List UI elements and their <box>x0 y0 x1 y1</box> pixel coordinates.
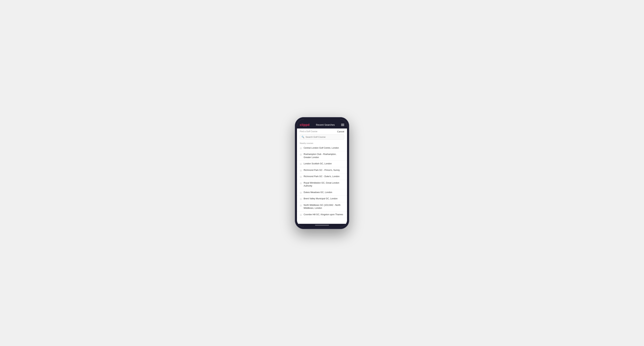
list-item[interactable]: ◎ Royal Wimbledon GC, Great London Autho… <box>297 180 347 189</box>
list-item[interactable]: ◎ North Middlesex GC (1011942 - North Mi… <box>297 202 347 211</box>
course-list: ◎ Central London Golf Centre, London ◎ R… <box>297 145 347 224</box>
location-pin-icon: ◎ <box>300 191 302 194</box>
content-area: Find a Golf Course Cancel 🔍 Nearby cours… <box>297 129 347 224</box>
course-name: London Scottish GC, London <box>304 162 332 166</box>
list-item[interactable]: ◎ London Scottish GC, London <box>297 161 347 167</box>
phone-screen: clippd Recent Searches Find a Golf Cours… <box>297 119 347 227</box>
search-input[interactable] <box>300 134 344 140</box>
cancel-button[interactable]: Cancel <box>337 130 344 133</box>
find-label: Find a Golf Course <box>300 130 318 133</box>
home-indicator <box>297 224 347 227</box>
list-item[interactable]: ◎ Central London Golf Centre, London <box>297 145 347 152</box>
app-logo: clippd <box>300 123 310 127</box>
nav-title: Recent Searches <box>316 123 334 126</box>
phone-device: clippd Recent Searches Find a Golf Cours… <box>295 117 349 229</box>
course-name: Brent Valley Municipal GC, London <box>304 197 338 200</box>
navigation-bar: clippd Recent Searches <box>297 122 347 129</box>
list-item[interactable]: ◎ Roehampton Club - Roehampton, Greater … <box>297 151 347 161</box>
location-pin-icon: ◎ <box>300 175 302 178</box>
location-pin-icon: ◎ <box>300 169 302 172</box>
list-item[interactable]: ◎ Richmond Park GC - Prince's, Surrey <box>297 167 347 173</box>
location-pin-icon: ◎ <box>300 163 302 165</box>
menu-icon[interactable] <box>341 124 344 126</box>
course-name: Coombe Hill GC, Kingston upon Thames <box>304 213 343 216</box>
nearby-label: Nearby courses <box>297 141 347 145</box>
course-name: Central London Golf Centre, London <box>304 147 339 150</box>
course-name: Richmond Park GC - Prince's, Surrey <box>304 169 340 172</box>
status-bar <box>297 119 347 122</box>
find-header: Find a Golf Course Cancel <box>297 129 347 134</box>
course-name: Richmond Park GC - Duke's, London <box>304 175 340 178</box>
course-name: Roehampton Club - Roehampton, Greater Lo… <box>304 153 344 159</box>
location-pin-icon: ◎ <box>300 213 302 216</box>
list-item[interactable]: ◎ Coombe Hill GC, Kingston upon Thames <box>297 211 347 218</box>
location-pin-icon: ◎ <box>300 197 302 200</box>
search-icon: 🔍 <box>302 136 304 138</box>
course-name: Dukes Meadows GC, London <box>304 191 332 194</box>
course-name: Royal Wimbledon GC, Great London Authori… <box>304 181 344 187</box>
location-pin-icon: ◎ <box>300 182 302 184</box>
location-pin-icon: ◎ <box>300 147 302 150</box>
list-item[interactable]: ◎ Dukes Meadows GC, London <box>297 189 347 196</box>
course-name: North Middlesex GC (1011942 - North Midd… <box>304 204 344 210</box>
list-item[interactable]: ◎ Richmond Park GC - Duke's, London <box>297 173 347 180</box>
list-item[interactable]: ◎ Brent Valley Municipal GC, London <box>297 196 347 202</box>
location-pin-icon: ◎ <box>300 153 302 156</box>
search-box: 🔍 <box>300 134 344 140</box>
location-pin-icon: ◎ <box>300 204 302 207</box>
home-bar <box>315 225 329 225</box>
